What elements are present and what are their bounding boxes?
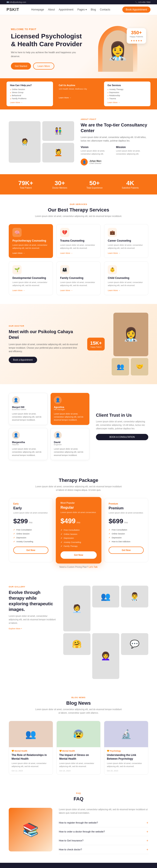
service-learn-0[interactable]: Learn More → <box>12 252 49 254</box>
pricing-label-early: Early <box>13 503 49 505</box>
nav-homepage[interactable]: Homepage <box>31 8 44 11</box>
blog-body-0: 🧡 Mental Health The Role of Relationship… <box>9 747 53 774</box>
feature-regular-2: Depression <box>60 536 96 540</box>
info-service-item-3: Relationship <box>107 94 147 97</box>
nav-appointment[interactable]: Appointment <box>59 8 73 11</box>
info-help-learn[interactable]: Learn More → <box>10 101 50 103</box>
service-card-5: 👶 Child Counseling Lorem ipsum dolor sit… <box>104 261 148 295</box>
pricing-period-early: /mo <box>29 521 32 524</box>
pricing-name-premium: Premium <box>108 506 144 510</box>
service-learn-3[interactable]: Learn More → <box>12 289 49 291</box>
pricing-desc-regular: Lorem ipsum dolor sit amet consectetur. <box>60 511 96 514</box>
therapist-small-img-1: 👥 <box>112 358 129 375</box>
testimonials-right: Client Trust in Us Lorem ipsum dolor sit… <box>96 393 148 460</box>
blog-header: BLOG NEWS Blog News Lorem ipsum dolor si… <box>9 696 148 715</box>
testimonial-avatar-1: 👤 <box>54 396 62 404</box>
faq-item-0[interactable]: How to register through the website? + <box>59 818 148 827</box>
service-icon-1: 💔 <box>60 228 69 237</box>
gallery-img-4: 🤗 <box>63 633 91 655</box>
service-title-3: Developmental Counseling <box>12 276 49 280</box>
hero-badge-text: Happy Patients <box>130 35 143 38</box>
service-learn-2[interactable]: Learn More → <box>108 252 145 254</box>
stat-mentors-num: 30+ <box>52 180 67 187</box>
about-title: We are the Top-tier Consultancy Center <box>81 122 148 133</box>
about-mission-desc: Lorem ipsum dolor sit amet, consectetur … <box>116 150 148 155</box>
hero-title: Licensed Psychologist & Health Care Prov… <box>11 32 85 48</box>
hero-primary-btn[interactable]: Get Started <box>11 63 31 69</box>
service-learn-1[interactable]: Learn More → <box>60 252 97 254</box>
faq-item-1[interactable]: How to order a doctor through the websit… <box>59 827 148 836</box>
pricing-card-premium: Premium Premium Lorem ipsum dolor sit am… <box>104 498 148 562</box>
navbar: PSKIT Homepage About Appointment Pages ▾… <box>0 4 157 15</box>
blog-img-1: 😰 <box>57 721 100 747</box>
service-learn-4[interactable]: Learn More → <box>60 289 97 291</box>
about-mission-title: Mission <box>116 146 148 149</box>
pricing-note-link[interactable]: Let's Talk <box>89 566 97 568</box>
pricing-desc-early: Lorem ipsum dolor sit amet consectetur. <box>13 512 49 515</box>
hero-content: WELCOME TO PSKIT Licensed Psychologist &… <box>11 28 85 69</box>
pricing-btn-early[interactable]: Get Now <box>13 547 49 554</box>
service-icon-4: 👨‍👩‍👧 <box>60 265 69 274</box>
pricing-note: Need a Custom Pricing Plan? Let's Talk <box>9 566 148 568</box>
blog-card-2[interactable]: 🔬 🧡 Psychology Understanding the Link Be… <box>104 721 148 775</box>
nav-pages[interactable]: Pages ▾ <box>77 8 87 11</box>
gallery-explore-btn[interactable]: Explore More + <box>9 627 57 630</box>
service-learn-5[interactable]: Learn More → <box>108 289 145 291</box>
hero-outline-btn[interactable]: Learn More <box>33 63 54 69</box>
testimonial-name-3: David <box>54 441 86 443</box>
therapist-main-image: 👩‍⚕️ <box>114 313 148 356</box>
pricing-features-premium: Free Consultation Online Session Depress… <box>108 528 144 544</box>
info-services-learn[interactable]: Learn More → <box>107 101 147 103</box>
blog-title-0: The Role of Relationships in Mental Heal… <box>11 753 50 761</box>
info-card-help: How Can I Help you? Online Session Stres… <box>6 82 53 106</box>
nav-blog[interactable]: Blog <box>91 8 96 11</box>
faq-item-2[interactable]: How to Get Insurance? + <box>59 836 148 845</box>
service-icon-2: 💼 <box>108 228 117 237</box>
hero-badge-number: 350+ <box>130 30 143 35</box>
navbar-book-btn[interactable]: Book Appointment <box>122 6 151 13</box>
about-mission: Mission Lorem ipsum dolor sit amet, cons… <box>116 146 148 155</box>
testimonial-text-3: Lorem ipsum dolor sit amet, consectetur … <box>54 447 86 457</box>
stat-mentors-label: Doctor Mentors <box>52 187 67 189</box>
pricing-label-regular: Most Popular <box>60 502 96 504</box>
faq-item-3[interactable]: How to check doctor? + <box>59 845 148 854</box>
testimonials-right-desc: Lorem ipsum dolor sit amet, consectetur … <box>96 420 148 430</box>
info-card-call-title: Call Us Anytime <box>59 84 98 87</box>
blog-tag: BLOG NEWS <box>9 696 148 699</box>
service-icon-5: 👶 <box>108 265 117 274</box>
blog-meta-0: Oct 12, 2023 <box>11 770 50 772</box>
pricing-price-regular: $499 <box>60 517 75 525</box>
blog-card-0[interactable]: 👥 🧡 Mental Health The Role of Relationsh… <box>9 721 53 775</box>
testimonial-card-1: 👤 Agustina HR Manager Lorem ipsum dolor … <box>51 393 89 425</box>
blog-title-2: Understanding the Link Between Psycholog… <box>107 753 146 761</box>
navbar-logo[interactable]: PSKIT <box>6 7 19 12</box>
pricing-btn-premium[interactable]: Get Now <box>108 547 144 554</box>
stat-satisfied: 4K Satisfied Patients <box>122 180 139 189</box>
therapist-description: Lorem ipsum dolor sit amet, consectetur … <box>9 343 81 353</box>
faq-description: Lorem ipsum dolor sit amet, consectetur … <box>59 808 148 815</box>
stat-satisfied-num: 4K <box>122 180 139 187</box>
nav-contacts[interactable]: Contacts <box>100 8 110 11</box>
faq-arrow-2: + <box>147 839 148 842</box>
faq-q-text-2: How to Get Insurance? <box>59 839 84 842</box>
feature-regular-1: Online Session <box>60 532 96 536</box>
hero-buttons: Get Started Learn More <box>11 63 85 69</box>
info-card-call-phone: 123-456-7890 <box>59 91 98 95</box>
gallery-title: Evolve through therapy while exploring t… <box>9 590 57 612</box>
gallery-tag: OUR GALLERY <box>9 586 57 588</box>
faq-tag: FAQ <box>9 792 148 794</box>
testimonials-section: 👤 Margot Hill Business Owner Lorem ipsum… <box>0 384 157 469</box>
therapist-section: OUR DOCTOR Meet with our Psikolog Cahaya… <box>0 304 157 384</box>
service-icon-3: 🌱 <box>12 265 22 274</box>
nav-about[interactable]: About <box>48 8 55 11</box>
blog-card-1[interactable]: 😰 🧡 Mental Health The Impact of Stress o… <box>57 721 101 775</box>
therapist-btn[interactable]: Book a Appointment <box>9 357 37 363</box>
blog-tag-1: 🧡 Mental Health <box>59 750 98 752</box>
hero-tag: WELCOME TO PSKIT <box>11 28 85 31</box>
testimonials-consultation-btn[interactable]: BOOK A CONSULTATION <box>96 434 148 440</box>
testimonials-right-title: Client Trust in Us <box>96 413 148 418</box>
info-call-learn[interactable]: Learn More → <box>59 97 98 99</box>
pricing-btn-regular[interactable]: Get Now <box>60 551 96 559</box>
service-card-4: 👨‍👩‍👧 Family Counseling Lorem ipsum dolo… <box>57 261 101 295</box>
top-bar: 📧 info@psikolog.com 📞 123-456-7890 <box>0 0 157 4</box>
